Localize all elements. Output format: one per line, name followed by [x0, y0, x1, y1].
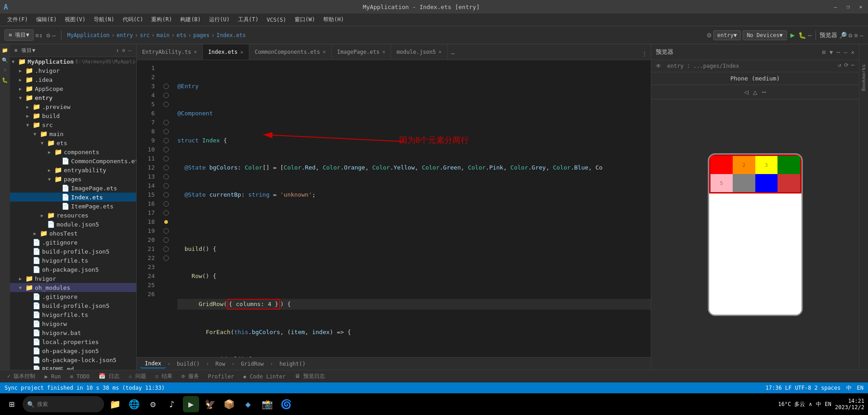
run-button[interactable]: ▶: [791, 31, 795, 39]
tree-item[interactable]: ▶ 📁 ohosTest: [10, 229, 136, 238]
taskbar-media[interactable]: ▶: [183, 396, 199, 412]
minimize-button[interactable]: —: [832, 3, 839, 10]
tree-item[interactable]: ▶ 📄 .gitignore: [10, 238, 136, 247]
tree-item[interactable]: ▶ 📄 module.json5: [10, 220, 136, 229]
tab-index[interactable]: Index.ets ✕: [203, 44, 249, 60]
maximize-button[interactable]: ❐: [844, 3, 852, 10]
breakpoint-circle[interactable]: [163, 84, 169, 89]
breadcrumb-src[interactable]: src: [140, 32, 150, 38]
tree-item[interactable]: ▶ 📁 AppScope: [10, 84, 136, 93]
tree-item[interactable]: ▶ 📁 components: [10, 147, 136, 156]
project-dropdown[interactable]: ≡ 项目▼: [5, 29, 33, 41]
preview-label[interactable]: 预览器: [820, 31, 837, 39]
sidebar-settings-icon[interactable]: ⚙: [122, 47, 126, 53]
sidebar-collapse-icon[interactable]: ↕: [116, 47, 119, 53]
toolbar-icon-indent[interactable]: ≡↕: [35, 32, 43, 39]
tree-item[interactable]: ▶ 📄 oh-package.json5: [10, 346, 136, 355]
panel-tab-results[interactable]: ☑ 结果: [152, 372, 176, 381]
activity-search[interactable]: 🔍: [1, 56, 9, 64]
tree-item[interactable]: ▶ 📁 build: [10, 111, 136, 120]
toolbar-icon-collapse[interactable]: —: [860, 32, 863, 39]
preview-toolbar-refresh[interactable]: ↺: [838, 62, 841, 68]
tree-item[interactable]: ▶ 📁 .hvigor: [10, 66, 136, 75]
breadcrumb-main[interactable]: main: [157, 32, 170, 38]
breakpoint-circle[interactable]: [163, 183, 169, 189]
menu-window[interactable]: 窗口(W): [291, 14, 319, 25]
devices-dropdown[interactable]: No Devices▼: [743, 30, 787, 40]
breadcrumb-tab-height[interactable]: height(): [275, 360, 310, 368]
preview-header-icon3[interactable]: ⋯: [837, 49, 840, 56]
tree-item[interactable]: ▶ 📄 oh-package.json5: [10, 265, 136, 274]
tab-modulejson[interactable]: module.json5 ✕: [391, 44, 447, 60]
tree-item[interactable]: ▶ 📄 local.properties: [10, 337, 136, 346]
tab-imagepage[interactable]: ImagePage.ets ✕: [332, 44, 391, 60]
tree-item[interactable]: ▶ 📄 build-profile.json5: [10, 301, 136, 310]
breakpoint-circle[interactable]: [163, 255, 169, 261]
toolbar-icon-search[interactable]: 🔎: [839, 32, 847, 39]
breakpoint-circle[interactable]: [163, 156, 169, 161]
breakpoint-circle[interactable]: [163, 210, 169, 216]
tree-item[interactable]: ▶ 📁 .idea: [10, 75, 136, 84]
panel-tab-previewlog[interactable]: 🖥 预览日志: [291, 372, 329, 381]
preview-menu-icon[interactable]: ⋯: [762, 88, 766, 96]
tree-item[interactable]: ▶ 📄 .gitignore: [10, 292, 136, 301]
breakpoint-circle[interactable]: [163, 237, 169, 243]
breakpoint-circle[interactable]: [163, 147, 169, 152]
tree-item-entry[interactable]: ▼ 📁 entry: [10, 93, 136, 102]
tree-item-oh-modules[interactable]: ▼ 📁 oh_modules: [10, 283, 136, 292]
tree-item-index[interactable]: ▶ 📄 Index.ets: [10, 193, 136, 202]
tree-item[interactable]: ▶ 📁 hvigor: [10, 274, 136, 283]
breadcrumb-pages[interactable]: pages: [193, 32, 210, 38]
taskbar-windows-icon[interactable]: ⊞: [4, 396, 20, 412]
menu-refactor[interactable]: 重构(R): [148, 14, 176, 25]
menu-vcs[interactable]: VCS(S): [263, 15, 290, 24]
taskbar-system-icons[interactable]: ∧: [809, 401, 812, 407]
panel-tab-services[interactable]: ⚙ 服务: [178, 372, 202, 381]
tree-item[interactable]: ▶ 📁 resources: [10, 211, 136, 220]
tree-item[interactable]: ▼ 📁 main: [10, 129, 136, 138]
preview-home-icon[interactable]: △: [753, 88, 758, 96]
tree-item[interactable]: ▶ 📄 hvigorfile.ts: [10, 256, 136, 265]
taskbar-app5[interactable]: 🌀: [278, 396, 294, 412]
activity-git[interactable]: ⑂: [1, 66, 9, 74]
breadcrumb-tab-row[interactable]: Row: [211, 360, 230, 368]
preview-header-icon4[interactable]: —: [844, 49, 847, 56]
breakpoint-circle[interactable]: [163, 228, 169, 234]
panel-tab-profiler[interactable]: Profiler: [205, 373, 238, 381]
tree-item[interactable]: ▶ 📄 build-profile.json5: [10, 247, 136, 256]
tree-item[interactable]: ▶ 📄 CommonComponents.ets: [10, 156, 136, 165]
tree-item[interactable]: ▶ 📄 ImagePage.ets: [10, 184, 136, 193]
preview-back-icon[interactable]: ◁: [744, 88, 749, 96]
menu-help[interactable]: 帮助(H): [320, 14, 348, 25]
toolbar-settings-icon[interactable]: ⚙: [707, 31, 711, 39]
breakpoint-circle[interactable]: [163, 102, 169, 107]
tab-close-icon[interactable]: ✕: [194, 49, 197, 55]
menu-edit[interactable]: 编辑(E): [33, 14, 61, 25]
sidebar-close-icon[interactable]: —: [128, 47, 132, 53]
breakpoint-circle[interactable]: [163, 246, 169, 252]
preview-header-icon2[interactable]: ▼: [830, 49, 833, 56]
title-bar-controls[interactable]: — ❐ ✕: [832, 3, 864, 10]
tree-item[interactable]: ▼ 📁 MyApplication E:\HarmonyOS\MyApplica…: [10, 57, 136, 66]
taskbar-music[interactable]: ♪: [164, 396, 180, 412]
panel-tab-run[interactable]: ▶ Run: [41, 373, 64, 381]
breadcrumb-entry[interactable]: entry: [117, 32, 133, 38]
tree-item[interactable]: ▶ 📄 hvigorfile.ts: [10, 310, 136, 319]
tree-item[interactable]: ▶ 📄 hvigorw.bat: [10, 328, 136, 337]
breadcrumb-tab-index[interactable]: Index: [140, 359, 166, 368]
preview-header-icon5[interactable]: ✕: [851, 49, 854, 56]
toolbar-more-icons[interactable]: ⋯: [808, 32, 811, 39]
tree-item[interactable]: ▼ 📁 src: [10, 120, 136, 129]
breadcrumb-tab-build[interactable]: build(): [172, 360, 205, 368]
bookmark-label[interactable]: Bookmarks: [860, 62, 868, 93]
taskbar-app4[interactable]: 📸: [259, 396, 275, 412]
tab-close-icon[interactable]: ✕: [382, 49, 386, 55]
taskbar-app1[interactable]: 🦅: [202, 396, 218, 412]
tree-item[interactable]: ▶ 📄 README.md: [10, 364, 136, 370]
tree-item[interactable]: ▼ 📁 ets: [10, 138, 136, 147]
tab-close-icon[interactable]: ✕: [439, 49, 442, 55]
tab-commoncomponents[interactable]: CommonComponents.ets ✕: [249, 44, 332, 60]
toolbar-icon-settings[interactable]: ⚙: [47, 32, 50, 39]
activity-explorer[interactable]: 📁: [1, 46, 9, 54]
tab-entryability[interactable]: EntryAbility.ts ✕: [137, 44, 203, 60]
